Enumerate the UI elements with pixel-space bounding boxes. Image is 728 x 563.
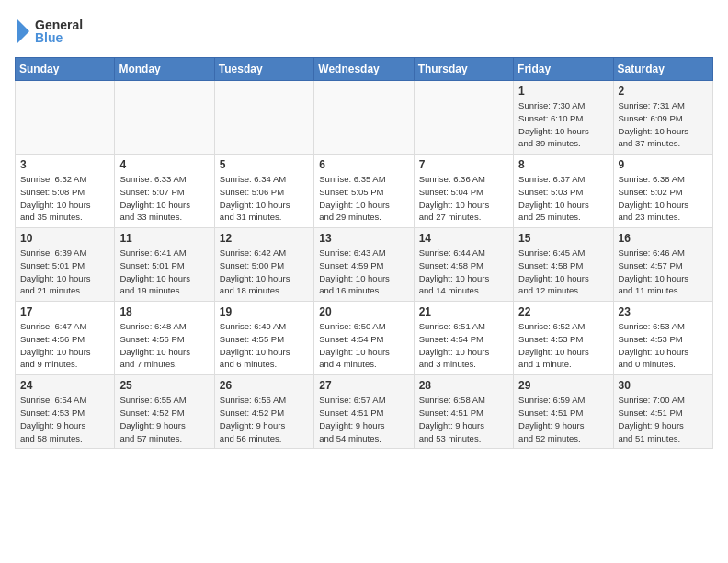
weekday-header-wednesday: Wednesday (314, 58, 414, 81)
day-info: Sunrise: 6:46 AM Sunset: 4:57 PM Dayligh… (619, 247, 708, 297)
calendar-cell: 8Sunrise: 6:37 AM Sunset: 5:03 PM Daylig… (514, 155, 613, 228)
day-info: Sunrise: 6:44 AM Sunset: 4:58 PM Dayligh… (419, 247, 508, 297)
day-info: Sunrise: 6:37 AM Sunset: 5:03 PM Dayligh… (518, 173, 608, 224)
calendar-cell: 21Sunrise: 6:51 AM Sunset: 4:54 PM Dayli… (414, 302, 513, 375)
calendar-week-row: 24Sunrise: 6:54 AM Sunset: 4:53 PM Dayli… (16, 375, 713, 449)
calendar-cell (16, 81, 115, 155)
day-number: 19 (220, 305, 309, 318)
calendar-cell: 14Sunrise: 6:44 AM Sunset: 4:58 PM Dayli… (414, 228, 513, 302)
day-number: 18 (119, 305, 209, 318)
day-number: 25 (119, 379, 209, 392)
calendar-cell: 3Sunrise: 6:32 AM Sunset: 5:08 PM Daylig… (16, 155, 115, 228)
calendar-cell: 23Sunrise: 6:53 AM Sunset: 4:53 PM Dayli… (613, 302, 712, 375)
day-number: 17 (20, 305, 109, 318)
day-info: Sunrise: 6:38 AM Sunset: 5:02 PM Dayligh… (619, 173, 708, 224)
day-number: 21 (419, 305, 508, 318)
calendar-cell: 4Sunrise: 6:33 AM Sunset: 5:07 PM Daylig… (115, 155, 214, 228)
day-number: 9 (619, 158, 708, 171)
day-info: Sunrise: 6:49 AM Sunset: 4:55 PM Dayligh… (220, 320, 309, 371)
day-number: 1 (518, 85, 608, 98)
weekday-header-friday: Friday (514, 58, 613, 81)
logo: GeneralBlue (15, 15, 97, 48)
calendar-week-row: 3Sunrise: 6:32 AM Sunset: 5:08 PM Daylig… (16, 155, 713, 228)
day-number: 22 (518, 305, 608, 318)
calendar-week-row: 1Sunrise: 7:30 AM Sunset: 6:10 PM Daylig… (16, 81, 713, 155)
calendar-week-row: 10Sunrise: 6:39 AM Sunset: 5:01 PM Dayli… (16, 228, 713, 302)
day-info: Sunrise: 6:47 AM Sunset: 4:56 PM Dayligh… (20, 320, 109, 371)
day-info: Sunrise: 6:58 AM Sunset: 4:51 PM Dayligh… (419, 394, 508, 444)
day-info: Sunrise: 6:54 AM Sunset: 4:53 PM Dayligh… (20, 394, 109, 444)
day-number: 13 (319, 232, 408, 245)
day-info: Sunrise: 6:59 AM Sunset: 4:51 PM Dayligh… (518, 394, 608, 444)
day-number: 23 (619, 305, 708, 318)
day-number: 15 (518, 232, 608, 245)
day-info: Sunrise: 7:00 AM Sunset: 4:51 PM Dayligh… (619, 394, 708, 444)
calendar-body: 1Sunrise: 7:30 AM Sunset: 6:10 PM Daylig… (16, 81, 713, 449)
weekday-header-monday: Monday (115, 58, 214, 81)
day-info: Sunrise: 6:50 AM Sunset: 4:54 PM Dayligh… (319, 320, 408, 371)
day-number: 8 (518, 158, 608, 171)
calendar-cell: 28Sunrise: 6:58 AM Sunset: 4:51 PM Dayli… (414, 375, 513, 449)
day-number: 7 (419, 158, 508, 171)
day-number: 11 (119, 232, 209, 245)
day-number: 28 (419, 379, 508, 392)
day-number: 20 (319, 305, 408, 318)
calendar-cell: 12Sunrise: 6:42 AM Sunset: 5:00 PM Dayli… (214, 228, 313, 302)
calendar-cell: 6Sunrise: 6:35 AM Sunset: 5:05 PM Daylig… (314, 155, 414, 228)
calendar-cell (214, 81, 313, 155)
calendar-cell: 19Sunrise: 6:49 AM Sunset: 4:55 PM Dayli… (214, 302, 313, 375)
day-info: Sunrise: 6:55 AM Sunset: 4:52 PM Dayligh… (119, 394, 209, 444)
calendar-cell: 13Sunrise: 6:43 AM Sunset: 4:59 PM Dayli… (314, 228, 414, 302)
day-number: 27 (319, 379, 408, 392)
calendar-cell: 27Sunrise: 6:57 AM Sunset: 4:51 PM Dayli… (314, 375, 414, 449)
day-number: 6 (319, 158, 408, 171)
day-info: Sunrise: 6:33 AM Sunset: 5:07 PM Dayligh… (119, 173, 209, 224)
calendar-cell: 9Sunrise: 6:38 AM Sunset: 5:02 PM Daylig… (613, 155, 712, 228)
calendar-cell: 11Sunrise: 6:41 AM Sunset: 5:01 PM Dayli… (115, 228, 214, 302)
calendar-cell (414, 81, 513, 155)
weekday-header-tuesday: Tuesday (214, 58, 313, 81)
day-info: Sunrise: 6:57 AM Sunset: 4:51 PM Dayligh… (319, 394, 408, 444)
day-number: 24 (20, 379, 109, 392)
day-info: Sunrise: 6:42 AM Sunset: 5:00 PM Dayligh… (220, 247, 309, 297)
day-info: Sunrise: 6:32 AM Sunset: 5:08 PM Dayligh… (20, 173, 109, 224)
calendar-cell: 5Sunrise: 6:34 AM Sunset: 5:06 PM Daylig… (214, 155, 313, 228)
day-info: Sunrise: 6:43 AM Sunset: 4:59 PM Dayligh… (319, 247, 408, 297)
weekday-header-sunday: Sunday (16, 58, 115, 81)
calendar-table: SundayMondayTuesdayWednesdayThursdayFrid… (15, 57, 713, 449)
day-number: 3 (20, 158, 109, 171)
day-info: Sunrise: 6:35 AM Sunset: 5:05 PM Dayligh… (319, 173, 408, 224)
svg-text:Blue: Blue (35, 30, 63, 45)
day-info: Sunrise: 6:52 AM Sunset: 4:53 PM Dayligh… (518, 320, 608, 371)
day-number: 26 (220, 379, 309, 392)
calendar-week-row: 17Sunrise: 6:47 AM Sunset: 4:56 PM Dayli… (16, 302, 713, 375)
calendar-cell: 22Sunrise: 6:52 AM Sunset: 4:53 PM Dayli… (514, 302, 613, 375)
calendar-cell: 7Sunrise: 6:36 AM Sunset: 5:04 PM Daylig… (414, 155, 513, 228)
calendar-cell: 29Sunrise: 6:59 AM Sunset: 4:51 PM Dayli… (514, 375, 613, 449)
day-number: 5 (220, 158, 309, 171)
calendar-cell: 30Sunrise: 7:00 AM Sunset: 4:51 PM Dayli… (613, 375, 712, 449)
day-info: Sunrise: 6:36 AM Sunset: 5:04 PM Dayligh… (419, 173, 508, 224)
calendar-cell: 1Sunrise: 7:30 AM Sunset: 6:10 PM Daylig… (514, 81, 613, 155)
day-number: 29 (518, 379, 608, 392)
day-number: 12 (220, 232, 309, 245)
calendar-cell: 2Sunrise: 7:31 AM Sunset: 6:09 PM Daylig… (613, 81, 712, 155)
day-info: Sunrise: 6:53 AM Sunset: 4:53 PM Dayligh… (619, 320, 708, 371)
day-number: 10 (20, 232, 109, 245)
calendar-cell: 17Sunrise: 6:47 AM Sunset: 4:56 PM Dayli… (16, 302, 115, 375)
day-info: Sunrise: 6:56 AM Sunset: 4:52 PM Dayligh… (220, 394, 309, 444)
calendar-cell: 18Sunrise: 6:48 AM Sunset: 4:56 PM Dayli… (115, 302, 214, 375)
weekday-header-saturday: Saturday (613, 58, 712, 81)
day-info: Sunrise: 6:45 AM Sunset: 4:58 PM Dayligh… (518, 247, 608, 297)
weekday-header-thursday: Thursday (414, 58, 513, 81)
logo-svg: GeneralBlue (15, 15, 97, 48)
header: GeneralBlue (15, 15, 713, 48)
calendar-cell: 15Sunrise: 6:45 AM Sunset: 4:58 PM Dayli… (514, 228, 613, 302)
day-info: Sunrise: 6:48 AM Sunset: 4:56 PM Dayligh… (119, 320, 209, 371)
day-info: Sunrise: 6:34 AM Sunset: 5:06 PM Dayligh… (220, 173, 309, 224)
calendar-cell: 20Sunrise: 6:50 AM Sunset: 4:54 PM Dayli… (314, 302, 414, 375)
day-info: Sunrise: 6:41 AM Sunset: 5:01 PM Dayligh… (119, 247, 209, 297)
calendar-cell: 26Sunrise: 6:56 AM Sunset: 4:52 PM Dayli… (214, 375, 313, 449)
day-info: Sunrise: 6:51 AM Sunset: 4:54 PM Dayligh… (419, 320, 508, 371)
day-info: Sunrise: 6:39 AM Sunset: 5:01 PM Dayligh… (20, 247, 109, 297)
